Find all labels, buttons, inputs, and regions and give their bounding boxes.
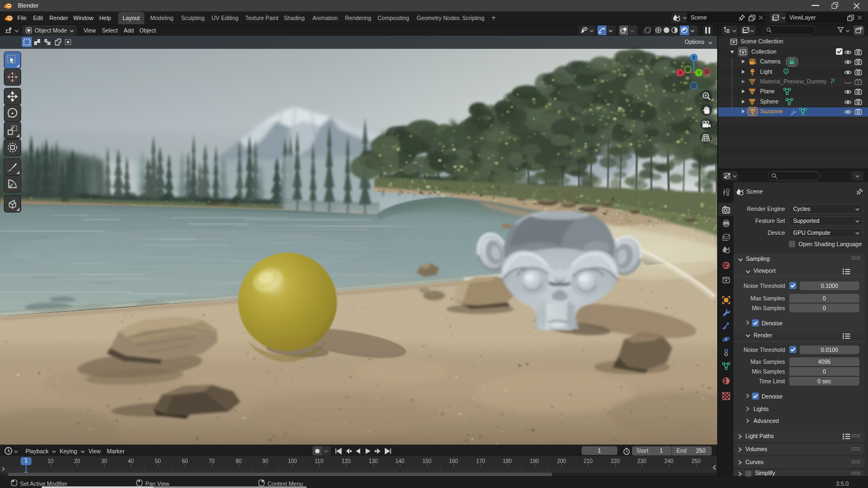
svg-text:Y: Y xyxy=(697,70,700,75)
svg-text:Z: Z xyxy=(692,55,695,60)
svg-text:X: X xyxy=(679,70,682,75)
